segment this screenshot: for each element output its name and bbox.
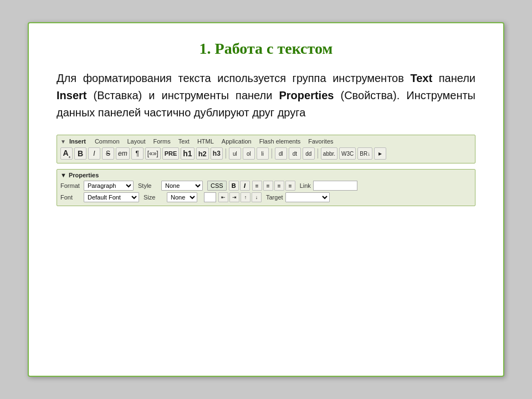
insert-buttons: A₂ B I S em ¶ [«»] PRE h1 h2 h3 ul ol li… xyxy=(60,147,472,160)
insert-tabs: ▼ Insert Common Layout Forms Text HTML A… xyxy=(60,137,472,145)
btn-bold[interactable]: B xyxy=(74,147,86,160)
align-right-button[interactable]: ≡ xyxy=(274,181,284,191)
properties-header: ▼ Properties xyxy=(60,172,470,178)
btn-dd[interactable]: dd xyxy=(303,147,315,160)
css-button[interactable]: CSS xyxy=(207,181,227,191)
align-center-button[interactable]: ≡ xyxy=(263,181,273,191)
slide-title: 1. Работа с текстом xyxy=(57,40,475,58)
style-select[interactable]: None xyxy=(161,181,203,191)
format-label: Format xyxy=(60,182,81,189)
target-select[interactable] xyxy=(285,192,330,202)
tab-html[interactable]: HTML xyxy=(194,137,217,145)
indent-remove-button[interactable]: ⇤ xyxy=(218,192,228,202)
btn-more[interactable]: ▸ xyxy=(374,147,386,160)
btn-ul[interactable]: ul xyxy=(229,147,241,160)
props-arrow-icon: ▼ xyxy=(60,172,66,178)
toolbar-section: ▼ Insert Common Layout Forms Text HTML A… xyxy=(57,135,475,206)
btn-h3[interactable]: h3 xyxy=(211,147,223,160)
btn-italic[interactable]: I xyxy=(88,147,100,160)
slide-body: Для форматирования текста используется г… xyxy=(57,70,475,121)
color-input[interactable] xyxy=(204,192,216,202)
format-buttons: B I xyxy=(229,181,250,191)
btn-w3c[interactable]: W3C xyxy=(339,147,356,160)
btn-abbr[interactable]: abbr. xyxy=(321,147,337,160)
tab-layout[interactable]: Layout xyxy=(124,137,149,145)
list-unordered-button[interactable]: ↑ xyxy=(241,192,250,202)
tab-application[interactable]: Application xyxy=(218,137,255,145)
btn-h1[interactable]: h1 xyxy=(181,147,194,160)
italic-button[interactable]: I xyxy=(240,181,250,191)
btn-strikethrough[interactable]: S xyxy=(102,147,114,160)
panel-arrow-icon: ▼ xyxy=(60,139,66,145)
btn-character[interactable]: A₂ xyxy=(60,147,73,160)
size-select[interactable]: None xyxy=(167,192,197,202)
btn-em[interactable]: em xyxy=(116,147,130,160)
style-label: Style xyxy=(138,182,159,189)
props-row-1: Format Paragraph Style None CSS B I xyxy=(60,181,470,191)
list-ordered-button[interactable]: ↓ xyxy=(252,192,262,202)
link-label: Link xyxy=(300,182,311,189)
tab-common[interactable]: Common xyxy=(91,137,123,145)
font-select[interactable]: Default Font xyxy=(84,192,139,202)
font-label: Font xyxy=(60,194,81,201)
size-label: Size xyxy=(144,194,165,201)
separator-1 xyxy=(226,149,226,158)
properties-rows: Format Paragraph Style None CSS B I xyxy=(60,181,470,202)
bold-button[interactable]: B xyxy=(229,181,239,191)
indent-add-button[interactable]: ⇥ xyxy=(229,192,239,202)
link-input[interactable] xyxy=(313,181,357,191)
insert-panel: ▼ Insert Common Layout Forms Text HTML A… xyxy=(57,135,475,163)
align-left-button[interactable]: ≡ xyxy=(252,181,262,191)
format-select[interactable]: Paragraph xyxy=(84,181,134,191)
btn-ol[interactable]: ol xyxy=(243,147,255,160)
btn-paragraph[interactable]: ¶ xyxy=(131,147,144,160)
separator-2 xyxy=(272,149,272,158)
indent-buttons: ⇤ ⇥ ↑ ↓ xyxy=(218,192,262,202)
properties-label: Properties xyxy=(69,172,99,178)
insert-panel-label: Insert xyxy=(69,138,86,145)
btn-h2[interactable]: h2 xyxy=(196,147,209,160)
slide: 1. Работа с текстом Для форматирования т… xyxy=(28,22,504,377)
btn-li[interactable]: li xyxy=(257,147,269,160)
tab-favorites[interactable]: Favorites xyxy=(305,137,336,145)
separator-3 xyxy=(318,149,318,158)
tab-text[interactable]: Text xyxy=(175,137,193,145)
properties-panel: ▼ Properties Format Paragraph Style None xyxy=(57,169,475,206)
btn-blockquote[interactable]: [«»] xyxy=(145,147,161,160)
tab-forms[interactable]: Forms xyxy=(150,137,174,145)
align-buttons: ≡ ≡ ≡ ≡ xyxy=(252,181,295,191)
btn-dl[interactable]: dl xyxy=(275,147,287,160)
props-row-2: Font Default Font Size None ⇤ ⇥ ↑ xyxy=(60,192,470,202)
btn-pre[interactable]: PRE xyxy=(162,147,180,160)
tab-flash[interactable]: Flash elements xyxy=(256,137,304,145)
btn-dt[interactable]: dt xyxy=(289,147,301,160)
align-justify-button[interactable]: ≡ xyxy=(285,181,295,191)
btn-br[interactable]: BR↓ xyxy=(357,147,372,160)
target-label: Target xyxy=(266,194,283,201)
